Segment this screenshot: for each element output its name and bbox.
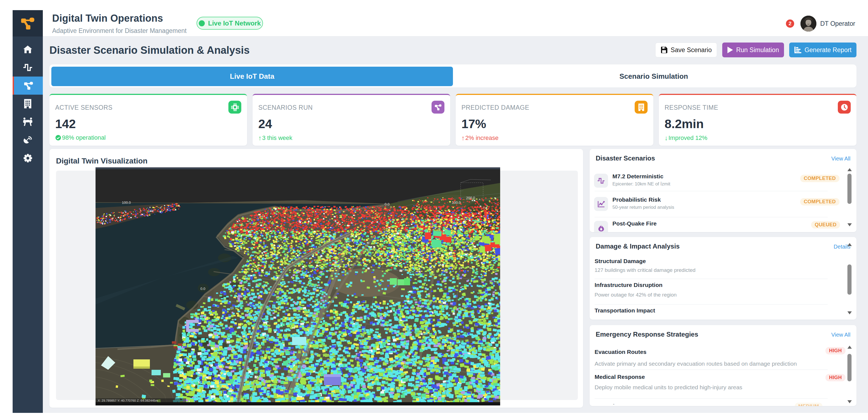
svg-text:0.0: 0.0 (384, 202, 390, 206)
svg-text:200.0: 200.0 (466, 196, 475, 200)
svg-text:100.0: 100.0 (122, 200, 131, 205)
svg-text:100.0: 100.0 (452, 200, 461, 205)
svg-text:0.0: 0.0 (200, 287, 205, 291)
svg-text:X: 29.789857 Y: 40.770760 Z: 6: X: 29.789857 Y: 40.770760 Z: 64.082445m (98, 399, 158, 402)
